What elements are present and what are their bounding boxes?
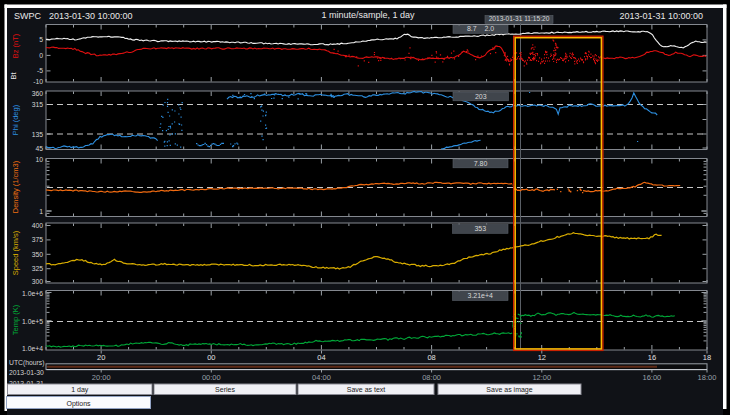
svg-text:16:00: 16:00 (643, 373, 662, 382)
svg-text:18: 18 (703, 353, 711, 362)
svg-text:20:00: 20:00 (92, 373, 111, 382)
svg-text:12: 12 (538, 353, 546, 362)
svg-text:2013-01-31 10:00:00: 2013-01-31 10:00:00 (619, 11, 703, 21)
svg-text:325: 325 (32, 265, 44, 272)
svg-text:7.80: 7.80 (474, 160, 488, 167)
svg-text:08: 08 (427, 353, 435, 362)
svg-text:2013-01-31 11:15:20: 2013-01-31 11:15:20 (489, 15, 550, 22)
svg-text:300: 300 (32, 278, 44, 285)
svg-text:-5: -5 (37, 67, 43, 74)
svg-text:Phi (deg): Phi (deg) (11, 104, 20, 135)
svg-text:Save as image: Save as image (486, 386, 532, 394)
svg-text:203: 203 (475, 93, 487, 100)
svg-text:8.7 2.0: 8.7 2.0 (467, 25, 494, 32)
svg-text:3.21e+4: 3.21e+4 (468, 292, 494, 299)
svg-text:135: 135 (32, 131, 44, 138)
svg-text:UTC(hours): UTC(hours) (9, 359, 45, 367)
svg-text:315: 315 (32, 101, 44, 108)
svg-text:Speed (km/s): Speed (km/s) (11, 230, 20, 275)
svg-text:375: 375 (32, 236, 44, 243)
svg-text:0: 0 (39, 52, 43, 59)
svg-text:1: 1 (39, 208, 43, 215)
svg-text:00: 00 (207, 353, 215, 362)
svg-text:04: 04 (317, 353, 325, 362)
svg-text:1 minute/sample, 1 day: 1 minute/sample, 1 day (321, 10, 415, 20)
svg-text:Bt: Bt (9, 72, 18, 80)
svg-text:08:00: 08:00 (422, 373, 441, 382)
svg-text:12:00: 12:00 (532, 373, 551, 382)
svg-text:360: 360 (32, 90, 44, 97)
svg-text:1.0e+4: 1.0e+4 (22, 345, 43, 352)
svg-text:1.0e+6: 1.0e+6 (22, 290, 43, 297)
svg-text:5: 5 (39, 36, 43, 43)
svg-text:Save as text: Save as text (347, 386, 386, 393)
svg-text:2013-01-30: 2013-01-30 (9, 369, 44, 376)
svg-text:20: 20 (97, 353, 105, 362)
svg-text:10: 10 (35, 156, 43, 163)
svg-text:04:00: 04:00 (312, 373, 331, 382)
svg-text:Temp (K): Temp (K) (11, 304, 20, 335)
svg-text:353: 353 (474, 225, 486, 232)
svg-text:1.0e+5: 1.0e+5 (22, 318, 43, 325)
svg-text:00:00: 00:00 (202, 373, 221, 382)
svg-text:16: 16 (648, 353, 656, 362)
svg-text:Density (1/cm3): Density (1/cm3) (11, 160, 20, 213)
svg-text:SWPC: SWPC (14, 11, 42, 21)
svg-text:-10: -10 (33, 78, 43, 85)
svg-text:400: 400 (32, 222, 44, 229)
svg-text:Bz (nT): Bz (nT) (11, 33, 20, 58)
svg-text:Series: Series (215, 386, 235, 393)
svg-text:1 day: 1 day (71, 386, 89, 394)
svg-text:18:00: 18:00 (698, 373, 717, 382)
svg-text:Options: Options (66, 400, 91, 408)
svg-text:2013-01-30 10:00:00: 2013-01-30 10:00:00 (49, 11, 133, 21)
svg-text:45: 45 (35, 145, 43, 152)
svg-text:350: 350 (32, 251, 44, 258)
